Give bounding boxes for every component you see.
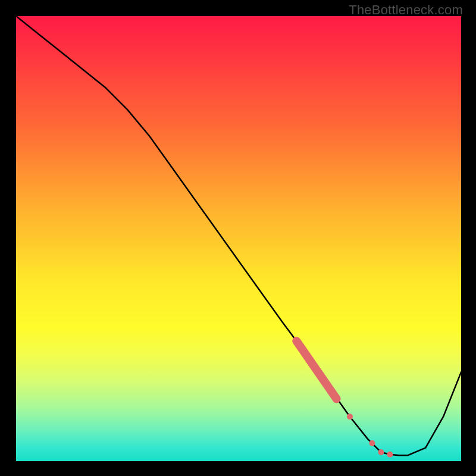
marker-dots	[347, 414, 393, 458]
dot-4	[387, 452, 393, 458]
dot-3	[378, 449, 384, 455]
chart-overlay	[16, 16, 461, 461]
bottleneck-curve-line	[16, 16, 461, 455]
chart-container: TheBottleneck.com	[0, 0, 476, 476]
dot-1	[347, 414, 353, 419]
dot-2	[369, 440, 375, 446]
highlight-band	[296, 341, 336, 399]
watermark-text: TheBottleneck.com	[349, 2, 463, 18]
